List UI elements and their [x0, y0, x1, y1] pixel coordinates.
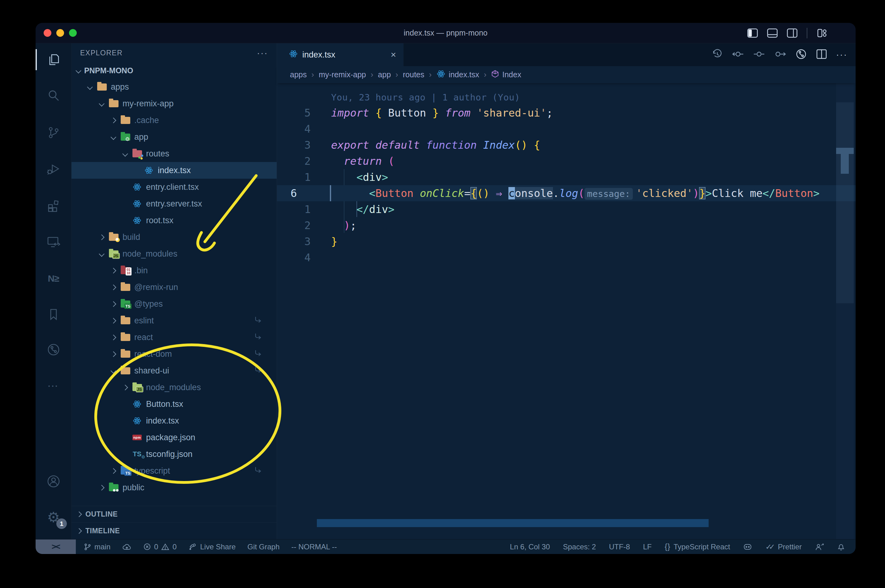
tab-close-icon[interactable]: ×	[390, 50, 396, 59]
status-prettier[interactable]: ✓✓Prettier	[765, 543, 802, 551]
tree-item-typescript[interactable]: TStypescript	[71, 462, 277, 479]
tree-item-label: eslint	[134, 316, 154, 326]
explorer-more-actions-icon[interactable]: ···	[257, 48, 268, 58]
source-control-icon[interactable]	[36, 118, 71, 147]
vertical-scrollbar[interactable]	[836, 83, 854, 539]
tree-item-package-json[interactable]: npmpackage.json	[71, 429, 277, 446]
tree-item-index-tsx[interactable]: index.tsx	[71, 412, 277, 429]
breadcrumb-index-tsx[interactable]: index.tsx	[436, 69, 479, 80]
status-notifications[interactable]	[837, 543, 845, 551]
window-title: index.tsx — pnpm-mono	[36, 23, 856, 43]
tree-item-build[interactable]: build	[71, 229, 277, 246]
title-bar: index.tsx — pnpm-mono	[36, 23, 856, 43]
tree-item-label: build	[122, 232, 140, 242]
status-feedback[interactable]	[815, 543, 824, 551]
next-change-icon[interactable]	[774, 48, 786, 61]
status-eol[interactable]: LF	[643, 543, 652, 551]
tree-item-tsconfig-json[interactable]: TStsconfig.json	[71, 446, 277, 462]
tree-item--bin[interactable]: 0110.bin	[71, 262, 277, 279]
tsconfig-icon: TS	[132, 450, 142, 459]
status-publish-changes[interactable]	[122, 543, 131, 550]
remote-indicator[interactable]: ><	[36, 540, 76, 554]
settings-gear-icon[interactable]: ⚙ 1	[36, 502, 71, 532]
accounts-icon[interactable]	[36, 466, 71, 496]
explorer-icon[interactable]	[36, 45, 71, 75]
tree-item-routes[interactable]: routes	[71, 145, 277, 162]
breadcrumb-my-remix-app[interactable]: my-remix-app	[319, 70, 366, 79]
line-number-relative: 4	[304, 249, 311, 266]
search-icon[interactable]	[36, 81, 71, 110]
tree-item-root-tsx[interactable]: root.tsx	[71, 212, 277, 229]
breadcrumb-separator: ›	[396, 70, 398, 80]
status-encoding[interactable]: UTF-8	[609, 543, 630, 551]
tree-item-my-remix-app[interactable]: my-remix-app	[71, 95, 277, 112]
toggle-secondary-sidebar-icon[interactable]	[787, 28, 798, 38]
nx-console-icon[interactable]: N≥	[36, 264, 71, 293]
tree-item-shared-ui[interactable]: shared-ui	[71, 362, 277, 379]
status-bar: >< main00Live ShareGit Graph-- NORMAL --…	[36, 539, 856, 554]
tree-item-index-tsx[interactable]: index.tsx	[71, 162, 277, 179]
tree-item-Button-tsx[interactable]: Button.tsx	[71, 396, 277, 412]
tree-item-node-modules[interactable]: JSnode_modules	[71, 246, 277, 262]
breadcrumb-app[interactable]: app	[378, 70, 391, 79]
status-cursor-position[interactable]: Ln 6, Col 30	[510, 543, 550, 551]
outline-section[interactable]: OUTLINE	[71, 506, 277, 522]
tab-index-tsx[interactable]: index.tsx ×	[277, 43, 403, 66]
tree-item--cache[interactable]: .cache	[71, 112, 277, 129]
toggle-sidebar-icon[interactable]	[747, 28, 758, 38]
git-blame-text: You, 23 hours ago | 1 author (You)	[331, 92, 520, 103]
customize-layout-icon[interactable]	[817, 28, 827, 38]
run-debug-icon[interactable]	[36, 154, 71, 184]
tree-item-apps[interactable]: apps	[71, 78, 277, 95]
status-indentation[interactable]: Spaces: 2	[563, 543, 596, 551]
breadcrumb-apps[interactable]: apps	[290, 70, 307, 79]
status-live-share[interactable]: Live Share	[188, 543, 236, 551]
tree-item-public[interactable]: public	[71, 479, 277, 496]
chevron-down-icon	[99, 251, 104, 256]
tree-item-react[interactable]: react	[71, 329, 277, 346]
tree-item-entry-server-tsx[interactable]: entry.server.tsx	[71, 195, 277, 212]
status-problems[interactable]: 00	[143, 543, 177, 551]
previous-change-icon[interactable]	[732, 48, 744, 61]
react-icon	[144, 166, 154, 175]
tree-item--types[interactable]: TS@types	[71, 296, 277, 312]
status-vim-mode[interactable]: -- NORMAL --	[292, 543, 337, 551]
tree-item-entry-client-tsx[interactable]: entry.client.tsx	[71, 179, 277, 195]
timeline-history-icon[interactable]	[712, 48, 723, 61]
code-editor[interactable]: You, 23 hours ago | 1 author (You)5impor…	[277, 83, 856, 539]
status-language-mode[interactable]: {}TypeScript React	[665, 542, 730, 551]
horizontal-scrollbar[interactable]	[317, 519, 709, 527]
tree-item-label: index.tsx	[158, 166, 191, 175]
status-copilot[interactable]	[743, 543, 752, 551]
tree-item--remix-run[interactable]: @remix-run	[71, 279, 277, 296]
current-change-icon[interactable]	[753, 48, 765, 61]
status-git-graph[interactable]: Git Graph	[248, 543, 280, 551]
tree-item-node-modules[interactable]: JSnode_modules	[71, 379, 277, 396]
tree-item-label: typescript	[134, 466, 170, 476]
editor-more-actions-icon[interactable]: ···	[836, 50, 847, 60]
split-editor-icon[interactable]	[816, 49, 827, 60]
tree-item-app[interactable]: ⚙app	[71, 129, 277, 145]
tree-item-react-dom[interactable]: react-dom	[71, 346, 277, 362]
toggle-panel-icon[interactable]	[767, 28, 778, 38]
remote-explorer-icon[interactable]	[36, 227, 71, 257]
git-graph-action-icon[interactable]	[795, 48, 807, 61]
timeline-section[interactable]: TIMELINE	[71, 522, 277, 539]
workspace-root-row[interactable]: PNPM-MONO	[71, 63, 277, 78]
npm-icon: npm	[132, 433, 142, 442]
folder-icon	[108, 99, 119, 108]
editor-group: index.tsx ×	[277, 43, 856, 539]
bookmarks-icon[interactable]	[36, 300, 71, 329]
more-views-icon[interactable]: ···	[36, 371, 71, 401]
chevron-down-icon	[87, 84, 93, 90]
vertical-scrollbar-thumb[interactable]	[836, 102, 854, 303]
tree-item-label: index.tsx	[146, 416, 179, 426]
chevron-right-icon	[110, 334, 116, 340]
git-graph-icon[interactable]	[36, 335, 71, 364]
breadcrumb-Index[interactable]: Index	[491, 70, 521, 80]
tree-item-eslint[interactable]: eslint	[71, 312, 277, 329]
extensions-icon[interactable]	[36, 191, 71, 221]
code-line: 4	[277, 121, 856, 137]
status-git-branch[interactable]: main	[84, 543, 110, 551]
breadcrumb-routes[interactable]: routes	[403, 70, 424, 79]
